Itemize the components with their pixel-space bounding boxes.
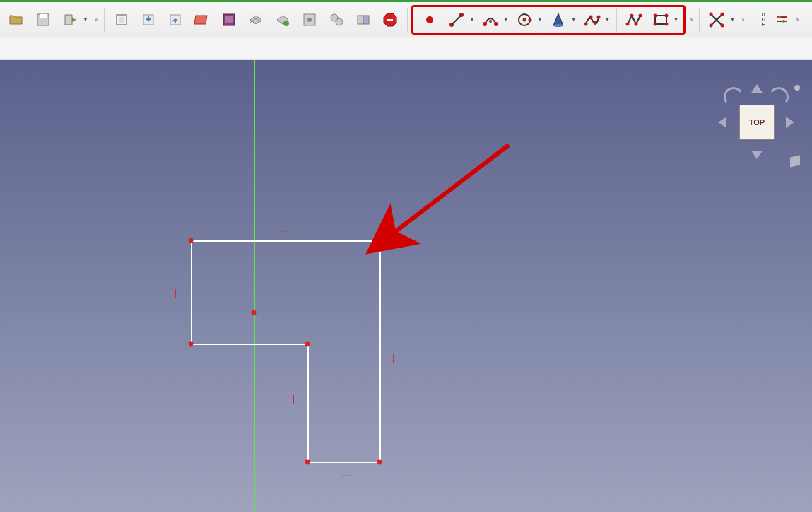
x-axis: [0, 313, 812, 314]
svg-point-45: [710, 23, 713, 27]
sketch-vertex[interactable]: [377, 460, 382, 465]
sketch-edge[interactable]: [307, 462, 379, 463]
sketch-edge[interactable]: [379, 240, 381, 462]
svg-point-40: [664, 22, 668, 25]
svg-point-48: [782, 20, 785, 23]
sketch-geometry-toolbar-highlight: ▼ ▼ ▼ ▼ ▼ ▼: [411, 5, 686, 35]
rectangle-dropdown-caret[interactable]: ▼: [673, 16, 679, 23]
svg-point-22: [494, 22, 498, 26]
export-button[interactable]: [57, 7, 83, 33]
sketch-edge[interactable]: [191, 344, 307, 345]
constraint-marker[interactable]: |: [392, 352, 395, 363]
nav-cube-home[interactable]: [790, 156, 800, 168]
create-bspline-button[interactable]: [579, 7, 605, 33]
svg-point-27: [553, 24, 563, 27]
svg-point-39: [653, 22, 657, 25]
svg-point-34: [634, 22, 637, 25]
nav-cube-face[interactable]: TOP: [739, 105, 775, 140]
constraint-filter-button[interactable]: [772, 7, 791, 33]
create-arc-button[interactable]: [478, 7, 503, 33]
stop-button[interactable]: [377, 7, 403, 33]
create-line-button[interactable]: [444, 7, 469, 33]
validate-button[interactable]: [270, 7, 295, 33]
trim-dropdown-caret[interactable]: ▼: [729, 16, 735, 23]
constraint-marker[interactable]: |: [174, 287, 177, 298]
nav-left[interactable]: [718, 117, 726, 128]
svg-point-38: [664, 13, 668, 17]
svg-rect-6: [194, 16, 207, 24]
svg-point-25: [522, 18, 526, 21]
svg-point-23: [489, 20, 492, 23]
save-button[interactable]: [30, 7, 56, 33]
svg-rect-1: [40, 14, 47, 18]
create-conic-button[interactable]: [546, 7, 571, 33]
sketch-plane-button[interactable]: [216, 7, 242, 33]
svg-rect-3: [119, 17, 124, 23]
svg-point-28: [584, 22, 587, 25]
toolbar-overflow-4[interactable]: ››: [792, 8, 801, 32]
svg-point-35: [638, 13, 642, 17]
svg-point-21: [483, 22, 487, 26]
svg-rect-36: [655, 16, 666, 24]
sketch-vertex[interactable]: [305, 342, 310, 347]
trim-button[interactable]: [704, 7, 729, 33]
sketch-vertex[interactable]: [252, 310, 257, 315]
sketch-vertex[interactable]: [189, 342, 194, 347]
constraint-marker[interactable]: —: [282, 225, 291, 235]
navigation-cube[interactable]: TOP: [710, 74, 801, 166]
view-sketch-button[interactable]: [351, 7, 376, 33]
nav-cube-menu-dot[interactable]: [794, 85, 800, 91]
svg-rect-15: [363, 16, 369, 24]
bspline-dropdown-caret[interactable]: ▼: [605, 16, 611, 23]
svg-line-20: [452, 15, 461, 25]
sketch-edge[interactable]: [191, 240, 192, 344]
nav-down[interactable]: [751, 151, 763, 159]
svg-point-17: [426, 16, 433, 23]
sketch-edge[interactable]: [191, 240, 379, 242]
import-button[interactable]: [136, 7, 161, 33]
map-sketch-button[interactable]: [243, 7, 269, 33]
svg-rect-8: [225, 16, 233, 23]
constraint-marker[interactable]: —: [342, 469, 351, 479]
circle-dropdown-caret[interactable]: ▼: [537, 16, 543, 23]
svg-rect-16: [387, 19, 393, 21]
create-body-button[interactable]: [109, 7, 134, 33]
sketch-edge[interactable]: [307, 344, 309, 462]
conic-dropdown-caret[interactable]: ▼: [571, 16, 577, 23]
main-toolbar: ▼ ›› ▼: [0, 2, 812, 37]
toolbar-overflow-2[interactable]: ››: [686, 8, 695, 32]
y-axis: [254, 60, 256, 512]
nav-right[interactable]: [786, 117, 794, 128]
gear-settings-button[interactable]: [324, 7, 349, 33]
svg-point-43: [710, 12, 713, 16]
svg-point-47: [778, 16, 781, 18]
svg-line-49: [396, 145, 509, 231]
svg-point-37: [653, 13, 657, 17]
svg-point-9: [283, 21, 289, 26]
svg-point-30: [593, 21, 596, 24]
constraint-settings-button[interactable]: [297, 7, 322, 33]
svg-point-31: [596, 15, 600, 18]
svg-rect-14: [358, 16, 363, 24]
datum-plane-button[interactable]: [189, 7, 215, 33]
create-rectangle-button[interactable]: [648, 7, 673, 33]
viewport-3d[interactable]: —|||— TOP: [0, 60, 812, 512]
sketch-vertex[interactable]: [377, 238, 382, 243]
open-folder-button[interactable]: [4, 7, 29, 33]
sketch-vertex[interactable]: [305, 460, 310, 465]
export-part-button[interactable]: [163, 7, 188, 33]
toolbar-overflow-1[interactable]: ››: [90, 8, 100, 32]
dof-button[interactable]: DOF: [755, 7, 771, 33]
toolbar-overflow-3[interactable]: ››: [737, 8, 747, 32]
annotation-arrow: [0, 60, 812, 512]
create-circle-button[interactable]: [512, 7, 537, 33]
sketch-vertex[interactable]: [189, 238, 194, 243]
arc-dropdown-caret[interactable]: ▼: [503, 16, 509, 23]
create-point-button[interactable]: [417, 7, 442, 33]
svg-point-29: [589, 15, 592, 18]
export-dropdown-caret[interactable]: ▼: [83, 16, 88, 23]
line-dropdown-caret[interactable]: ▼: [469, 16, 475, 23]
constraint-marker[interactable]: |: [292, 393, 295, 404]
nav-up[interactable]: [751, 84, 763, 93]
create-polyline-button[interactable]: [621, 7, 647, 33]
